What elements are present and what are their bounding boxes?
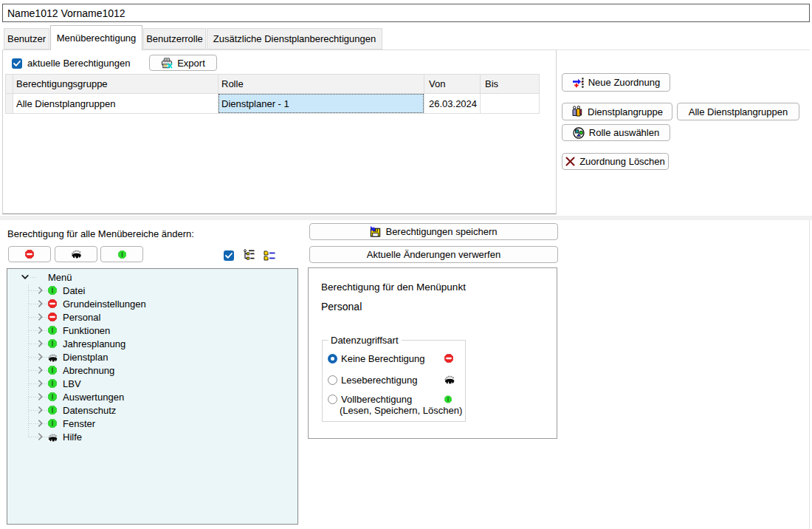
zuordnung-loeschen-label: Zuordnung Löschen xyxy=(579,156,665,167)
tree-item-label: Dienstplan xyxy=(63,352,108,363)
tree-item[interactable]: Datenschutz xyxy=(7,403,297,417)
tab-menueberechtigung[interactable]: Menüberechtigung xyxy=(50,25,142,50)
tab-label: Benutzerrolle xyxy=(146,33,203,44)
chevron-right-icon[interactable] xyxy=(38,340,44,347)
column-header-rolle[interactable]: Rolle xyxy=(219,75,424,94)
permission-state-icon xyxy=(48,299,57,308)
cell-bis[interactable] xyxy=(481,94,540,114)
tree-filter-checkbox[interactable] xyxy=(224,250,234,261)
chevron-down-icon[interactable] xyxy=(21,274,29,280)
new-assignment-icon xyxy=(572,77,584,89)
option-label: Vollberechtigung xyxy=(341,394,412,405)
vollberechtigung-sub-label: (Lesen, Speichern, Löschen) xyxy=(340,405,462,416)
full-access-icon xyxy=(48,392,57,401)
tree-item[interactable]: Dienstplan xyxy=(7,350,297,364)
chevron-right-icon[interactable] xyxy=(38,366,44,374)
new-assignment-button[interactable]: Neue Zuordnung xyxy=(562,73,670,92)
option-leseberechtigung[interactable]: Leseberechtigung xyxy=(323,371,465,389)
column-header-berechtigungsgruppe[interactable]: Berechtigungsgruppe xyxy=(13,75,219,94)
tab-zusaetzliche-dienstplanberechtigungen[interactable]: Zusätzliche Dienstplanberechtigungen xyxy=(207,28,382,50)
save-icon xyxy=(370,226,381,237)
full-access-icon xyxy=(48,366,57,375)
no-access-icon xyxy=(48,313,57,321)
zuordnung-loeschen-button[interactable]: Zuordnung Löschen xyxy=(562,153,669,170)
current-permissions-checkbox[interactable] xyxy=(12,58,22,69)
tree-item[interactable]: Auswertungen xyxy=(7,390,297,403)
tree-item[interactable]: Grundeinstellungen xyxy=(7,297,297,310)
tree-item[interactable]: Datei xyxy=(7,284,297,297)
tree-root-label: Menü xyxy=(48,272,72,283)
discard-changes-label: Aktuelle Änderungen verwerfen xyxy=(367,249,500,260)
tree-item-label: Datenschutz xyxy=(63,405,116,416)
assignments-table: Berechtigungsgruppe Rolle Von Bis Alle D… xyxy=(5,74,540,114)
chevron-right-icon[interactable] xyxy=(38,327,44,334)
checkmark-icon xyxy=(225,253,233,259)
role-icon xyxy=(573,127,585,139)
tab-label: Benutzer xyxy=(7,33,46,44)
chevron-right-icon[interactable] xyxy=(38,433,44,440)
radio-vollberechtigung[interactable] xyxy=(328,395,337,404)
chevron-right-icon[interactable] xyxy=(38,313,44,321)
alle-dienstplangruppen-button[interactable]: Alle Dienstplangruppen xyxy=(677,103,799,120)
dienstplangruppe-button[interactable]: Dienstplangruppe xyxy=(562,103,672,120)
discard-changes-button[interactable]: Aktuelle Änderungen verwerfen xyxy=(309,246,558,263)
option-keine-berechtigung[interactable]: Keine Berechtigung xyxy=(323,349,465,367)
tree-item[interactable]: Abrechnung xyxy=(7,364,297,377)
section-splitter[interactable] xyxy=(0,216,812,220)
rolle-auswaehlen-button[interactable]: Rolle auswählen xyxy=(562,124,670,141)
chevron-right-icon[interactable] xyxy=(38,380,44,387)
tree-item[interactable]: Jahresplanung xyxy=(7,337,297,350)
tree-item-label: Jahresplanung xyxy=(63,338,125,349)
chevron-right-icon[interactable] xyxy=(38,393,44,400)
tree-item[interactable]: Personal xyxy=(7,310,297,324)
user-name-text: Name1012 Vorname1012 xyxy=(7,7,125,19)
chevron-right-icon[interactable] xyxy=(38,300,44,307)
permission-state-icon xyxy=(48,313,57,321)
cell-von[interactable]: 26.03.2024 xyxy=(424,94,481,114)
full-access-icon xyxy=(48,286,57,295)
column-header-bis[interactable]: Bis xyxy=(481,75,540,94)
table-corner-cell xyxy=(6,75,13,94)
chevron-right-icon[interactable] xyxy=(38,420,44,427)
no-access-icon xyxy=(444,354,453,363)
eye-icon xyxy=(71,250,82,259)
export-button[interactable]: Export xyxy=(149,55,217,71)
tree-view-toggle[interactable] xyxy=(243,249,255,263)
list-view-toggle[interactable] xyxy=(264,250,275,263)
tree-item[interactable]: LBV xyxy=(7,377,297,390)
tree-item[interactable]: Hilfe xyxy=(7,430,297,443)
tree-items: Datei Grundeinstellungen xyxy=(7,284,297,443)
full-access-icon xyxy=(118,250,126,259)
alle-dienstplangruppen-label: Alle Dienstplangruppen xyxy=(689,106,788,117)
tree-item[interactable]: Fenster xyxy=(7,417,297,430)
current-permissions-label: aktuelle Berechtigungen xyxy=(27,58,131,69)
set-all-no-access-button[interactable] xyxy=(8,246,51,262)
column-header-von[interactable]: Von xyxy=(424,75,481,94)
tree-item-label: Abrechnung xyxy=(63,365,114,376)
row-header-cell[interactable] xyxy=(6,94,13,114)
permission-state-icon xyxy=(48,352,58,362)
radio-leseberechtigung[interactable] xyxy=(328,375,337,385)
set-all-full-access-button[interactable] xyxy=(100,246,143,262)
full-access-icon xyxy=(48,419,57,428)
bulk-permission-label: Berechtigung für alle Menübereiche änder… xyxy=(7,228,194,239)
cell-rolle-selected[interactable]: Dienstplaner - 1 xyxy=(219,94,424,114)
full-access-icon xyxy=(48,406,57,414)
tree-item-menu-root[interactable]: Menü xyxy=(7,270,297,284)
tab-benutzerrolle[interactable]: Benutzerrolle xyxy=(143,28,206,50)
radio-keine-berechtigung[interactable] xyxy=(328,354,337,364)
cell-berechtigungsgruppe[interactable]: Alle Dienstplangruppen xyxy=(13,94,219,114)
chevron-right-icon[interactable] xyxy=(38,406,44,414)
chevron-right-icon[interactable] xyxy=(38,353,44,361)
set-all-read-access-button[interactable] xyxy=(55,246,97,262)
new-assignment-label: Neue Zuordnung xyxy=(588,77,661,88)
chevron-right-icon[interactable] xyxy=(38,287,44,294)
list-view-icon xyxy=(264,250,275,261)
current-permissions-row: aktuelle Berechtigungen xyxy=(12,58,131,69)
tab-benutzer[interactable]: Benutzer xyxy=(4,28,49,50)
permission-state-icon xyxy=(48,379,57,388)
full-access-icon xyxy=(48,379,57,388)
save-permissions-button[interactable]: Berechtigungen speichern xyxy=(309,223,558,240)
tab-label: Zusätzliche Dienstplanberechtigungen xyxy=(213,33,376,44)
tree-item[interactable]: Funktionen xyxy=(7,324,297,337)
